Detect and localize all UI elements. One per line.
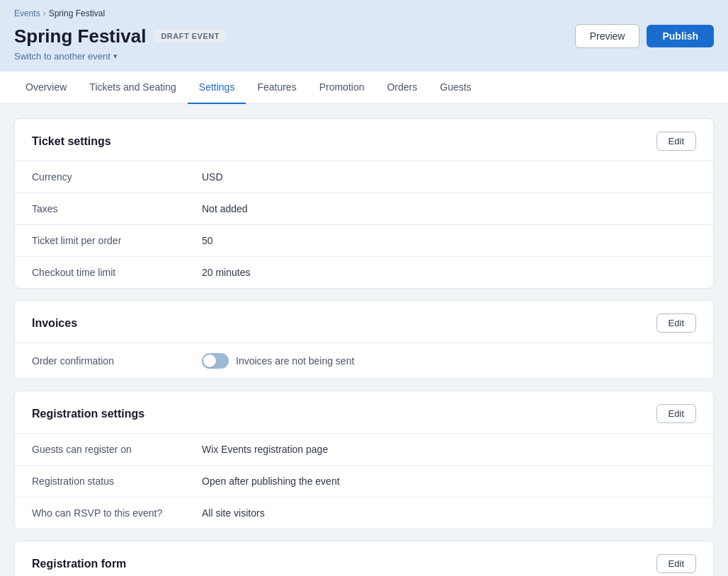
- registration-status-value: Open after publishing the event: [202, 476, 340, 487]
- breadcrumb-separator: ›: [43, 8, 46, 18]
- main-content: Ticket settings Edit Currency USD Taxes …: [0, 104, 728, 576]
- chevron-down-icon: ▾: [113, 52, 118, 61]
- ticket-limit-value: 50: [202, 235, 213, 246]
- order-confirmation-label: Order confirmation: [32, 355, 202, 367]
- breadcrumb-events[interactable]: Events: [14, 8, 40, 18]
- ticket-settings-header: Ticket settings Edit: [15, 119, 713, 161]
- table-row: Checkout time limit 20 minutes: [15, 256, 713, 288]
- tab-features[interactable]: Features: [246, 71, 307, 104]
- tab-promotion[interactable]: Promotion: [308, 71, 376, 104]
- ticket-limit-label: Ticket limit per order: [32, 235, 202, 246]
- table-row: Who can RSVP to this event? All site vis…: [15, 497, 713, 529]
- breadcrumb: Events › Spring Festival: [14, 8, 714, 18]
- table-row: Ticket limit per order 50: [15, 224, 713, 256]
- registration-settings-header: Registration settings Edit: [15, 391, 713, 433]
- taxes-value: Not added: [202, 203, 248, 214]
- table-row: Taxes Not added: [15, 192, 713, 224]
- ticket-settings-card: Ticket settings Edit Currency USD Taxes …: [14, 118, 714, 289]
- registration-form-header: Registration form Edit: [15, 541, 713, 576]
- guests-register-on-label: Guests can register on: [32, 444, 202, 455]
- header-left: Spring Festival DRAFT EVENT: [14, 25, 226, 47]
- draft-badge: DRAFT EVENT: [154, 30, 226, 42]
- table-row: Order confirmation Invoices are not bein…: [15, 342, 713, 379]
- registration-form-title: Registration form: [32, 558, 126, 570]
- registration-status-label: Registration status: [32, 476, 202, 487]
- table-row: Currency USD: [15, 161, 713, 192]
- currency-value: USD: [202, 171, 223, 183]
- invoices-title: Invoices: [32, 317, 77, 330]
- ticket-settings-title: Ticket settings: [32, 135, 111, 148]
- registration-form-edit-button[interactable]: Edit: [656, 554, 696, 573]
- tab-orders[interactable]: Orders: [375, 71, 428, 104]
- table-row: Registration status Open after publishin…: [15, 465, 713, 497]
- preview-button[interactable]: Preview: [575, 24, 640, 48]
- registration-settings-title: Registration settings: [32, 408, 144, 420]
- rsvp-value: All site visitors: [202, 507, 265, 519]
- rsvp-label: Who can RSVP to this event?: [32, 507, 202, 519]
- toggle-knob: [203, 355, 216, 367]
- breadcrumb-current: Spring Festival: [49, 8, 105, 18]
- tab-overview[interactable]: Overview: [14, 71, 78, 104]
- switch-event-link[interactable]: Switch to another event ▾: [14, 51, 714, 71]
- switch-event-label: Switch to another event: [14, 51, 110, 62]
- invoices-header: Invoices Edit: [15, 301, 713, 342]
- registration-form-card: Registration form Edit Guests are requir…: [14, 541, 714, 576]
- tab-tickets-and-seating[interactable]: Tickets and Seating: [78, 71, 187, 104]
- header-top-row: Spring Festival DRAFT EVENT Preview Publ…: [14, 24, 714, 48]
- table-row: Guests can register on Wix Events regist…: [15, 433, 713, 465]
- taxes-label: Taxes: [32, 203, 202, 214]
- event-title: Spring Festival: [14, 25, 146, 47]
- registration-settings-card: Registration settings Edit Guests can re…: [14, 391, 714, 529]
- ticket-settings-edit-button[interactable]: Edit: [656, 132, 696, 151]
- invoice-toggle-wrap: Invoices are not being sent: [202, 353, 354, 369]
- invoices-status-text: Invoices are not being sent: [236, 355, 354, 367]
- invoices-edit-button[interactable]: Edit: [656, 313, 696, 333]
- checkout-time-value: 20 minutes: [202, 267, 250, 278]
- invoice-toggle[interactable]: [202, 353, 229, 369]
- invoices-card: Invoices Edit Order confirmation Invoice…: [14, 300, 714, 379]
- registration-settings-edit-button[interactable]: Edit: [656, 404, 696, 423]
- guests-register-on-value: Wix Events registration page: [202, 444, 328, 455]
- tab-guests[interactable]: Guests: [428, 71, 482, 104]
- tab-settings[interactable]: Settings: [188, 71, 246, 104]
- currency-label: Currency: [32, 171, 202, 183]
- nav-tabs: Overview Tickets and Seating Settings Fe…: [0, 71, 728, 104]
- publish-button[interactable]: Publish: [647, 25, 714, 47]
- page-header: Events › Spring Festival Spring Festival…: [0, 0, 728, 71]
- checkout-time-label: Checkout time limit: [32, 267, 202, 278]
- header-buttons: Preview Publish: [575, 24, 714, 48]
